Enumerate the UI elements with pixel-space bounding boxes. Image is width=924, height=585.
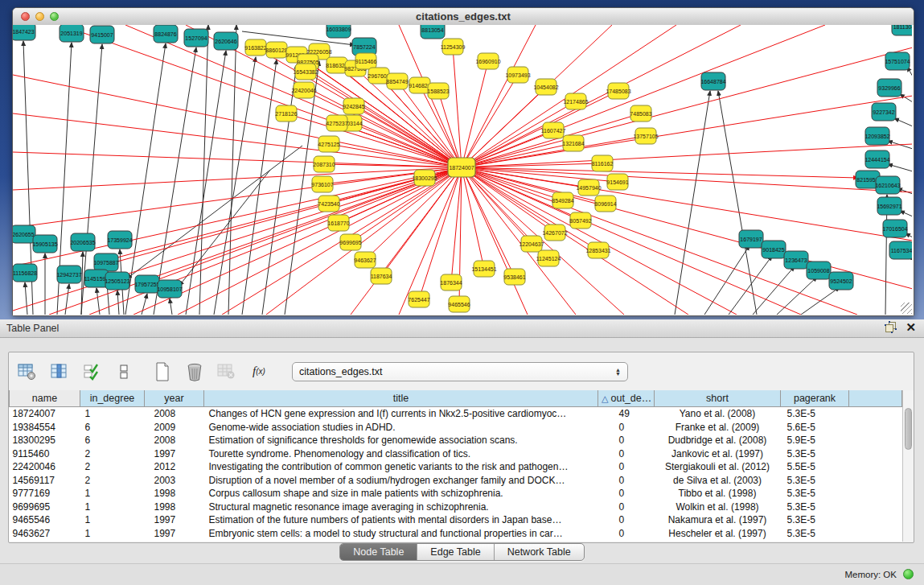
cell[interactable]: 1 xyxy=(80,501,145,514)
column-header-in_degree[interactable]: in_degree xyxy=(80,390,145,407)
graph-node[interactable]: 15134451 xyxy=(471,261,496,277)
graph-node[interactable]: 11156828 xyxy=(13,264,37,282)
cell[interactable]: 0 xyxy=(598,513,655,527)
graph-node[interactable]: 9538461 xyxy=(503,269,525,285)
graph-node[interactable]: 8813054 xyxy=(421,25,445,39)
graph-node[interactable]: 1811304 xyxy=(892,25,912,35)
cell[interactable]: 5.3E-5 xyxy=(781,487,849,501)
graph-node[interactable]: 1187634 xyxy=(371,268,392,284)
cell[interactable]: Stergiakouli et al. (2012) xyxy=(655,460,781,474)
cell[interactable]: 2003 xyxy=(145,474,204,488)
graph-node[interactable]: 11254309 xyxy=(441,39,466,55)
cell[interactable]: 1 xyxy=(80,487,145,501)
table-row[interactable]: 1830029562008Estimation of significance … xyxy=(10,434,902,447)
graph-node[interactable]: 7625447 xyxy=(408,291,429,307)
cell[interactable]: 1997 xyxy=(145,513,204,527)
cell[interactable]: 5.3E-5 xyxy=(781,501,849,514)
cell[interactable]: Genome-wide association studies in ADHD. xyxy=(204,421,598,435)
cell[interactable]: Corpus callosum shape and size in male p… xyxy=(204,487,598,501)
cell[interactable]: 0 xyxy=(598,501,655,514)
table-settings-button[interactable] xyxy=(17,361,38,382)
graph-node[interactable]: 8860128 xyxy=(265,42,287,58)
cell[interactable]: 0 xyxy=(598,527,655,541)
graph-node[interactable]: 12853431 xyxy=(585,242,610,258)
column-header-name[interactable]: name xyxy=(10,390,80,407)
graph-node[interactable]: 4275125 xyxy=(318,136,339,152)
delete-trash-button[interactable] xyxy=(184,361,205,382)
tab-edge-table[interactable]: Edge Table xyxy=(417,544,494,560)
graph-node[interactable]: 1588523 xyxy=(427,83,449,99)
graph-node[interactable]: 2087310 xyxy=(313,156,335,172)
cell[interactable]: 1 xyxy=(80,513,145,527)
graph-node[interactable]: 17485083 xyxy=(606,83,630,99)
graph-node[interactable]: 8057492 xyxy=(569,212,591,229)
cell[interactable]: 5.3E-5 xyxy=(781,527,849,541)
graph-node[interactable]: 8116162 xyxy=(592,155,614,171)
graph-node[interactable]: 10958107 xyxy=(157,280,182,298)
new-table-button[interactable] xyxy=(152,361,173,382)
cell[interactable]: 1997 xyxy=(145,447,204,461)
cell[interactable]: Embryonic stem cells: a model to study s… xyxy=(204,527,598,541)
close-panel-icon[interactable]: ✕ xyxy=(906,322,916,332)
graph-node[interactable]: 17359924 xyxy=(107,231,132,249)
cell[interactable]: Changes of HCN gene expression and I(f) … xyxy=(204,407,598,421)
graph-node[interactable]: 8854749 xyxy=(386,73,408,89)
graph-node[interactable]: 16648784 xyxy=(700,72,725,90)
graph-node[interactable]: 16210643 xyxy=(875,176,900,194)
cell[interactable]: 1 xyxy=(80,407,145,421)
cell[interactable]: 0 xyxy=(598,487,655,501)
graph-node[interactable]: 15905135 xyxy=(32,235,57,253)
cell[interactable]: 1997 xyxy=(145,527,204,541)
cell[interactable]: 0 xyxy=(598,447,655,461)
cell[interactable]: 22420046 xyxy=(10,460,80,474)
graph-node[interactable]: 7485083 xyxy=(630,105,651,122)
cell[interactable]: 5.3E-5 xyxy=(781,407,849,421)
window-titlebar[interactable]: citations_edges.txt xyxy=(13,8,914,26)
tab-node-table[interactable]: Node Table xyxy=(340,544,417,560)
cell[interactable]: 49 xyxy=(598,407,655,421)
cell[interactable]: 18300295 xyxy=(10,434,80,447)
table-scrollbar[interactable] xyxy=(902,390,914,542)
graph-node[interactable]: 10973493 xyxy=(505,67,530,83)
table-row[interactable]: 946554611997Estimation of the future num… xyxy=(10,513,902,527)
cell[interactable]: Nakamura et al. (1997) xyxy=(655,513,781,527)
column-header-pagerank[interactable]: pagerank xyxy=(781,390,849,407)
cell[interactable]: 2008 xyxy=(145,407,204,421)
cell[interactable]: 5.5E-5 xyxy=(781,460,849,474)
cell[interactable]: 19384554 xyxy=(10,421,80,435)
table-scrollbar-thumb[interactable] xyxy=(905,408,912,450)
column-header-out_de[interactable]: △ out_de… xyxy=(598,390,655,407)
cell[interactable]: Franke et al. (2009) xyxy=(655,421,781,435)
cell[interactable]: Wolkin et al. (1998) xyxy=(655,501,781,514)
float-panel-icon[interactable] xyxy=(885,322,896,332)
graph-node[interactable]: 2718126 xyxy=(275,105,297,122)
graph-node[interactable]: 9154691 xyxy=(606,174,628,190)
table-select-dropdown[interactable]: citations_edges.txt ▲▼ xyxy=(292,362,628,381)
graph-node[interactable]: 12204637 xyxy=(519,236,544,252)
graph-node[interactable]: 9115466 xyxy=(355,53,377,69)
cell[interactable]: 5.6E-5 xyxy=(781,421,849,435)
cell[interactable]: 18724007 xyxy=(10,407,80,421)
graph-node[interactable]: 9329966 xyxy=(877,79,901,97)
column-header-year[interactable]: year xyxy=(145,390,204,407)
table-row[interactable]: 1872400712008Changes of HCN gene express… xyxy=(10,407,902,421)
cell[interactable]: Structural magnetic resonance image aver… xyxy=(204,501,598,514)
graph-node[interactable]: 8096914 xyxy=(594,196,616,212)
cell[interactable]: 2012 xyxy=(145,460,204,474)
graph-node[interactable]: 17016504 xyxy=(882,220,907,237)
cell[interactable]: Tibbo et al. (1998) xyxy=(655,487,781,501)
cell[interactable]: 9465546 xyxy=(10,513,80,527)
table-row[interactable]: 969969511998Structural magnetic resonanc… xyxy=(10,501,902,514)
cell[interactable]: 9463627 xyxy=(10,527,80,541)
graph-node[interactable]: 14957940 xyxy=(576,179,601,196)
cell[interactable]: 6 xyxy=(80,421,145,435)
cell[interactable]: 0 xyxy=(598,460,655,474)
cell[interactable]: 9115460 xyxy=(10,447,80,461)
table-row[interactable]: 1938455462009Genome-wide association stu… xyxy=(10,421,902,435)
cell[interactable]: 1998 xyxy=(145,501,204,514)
graph-node[interactable]: 2051319 xyxy=(60,25,84,42)
table-row[interactable]: 2242004622012Investigating the contribut… xyxy=(10,460,902,474)
column-header-short[interactable]: short xyxy=(655,390,781,407)
cell[interactable]: Hescheler et al. (1997) xyxy=(655,527,781,541)
graph-node[interactable]: 9163822 xyxy=(244,39,266,56)
